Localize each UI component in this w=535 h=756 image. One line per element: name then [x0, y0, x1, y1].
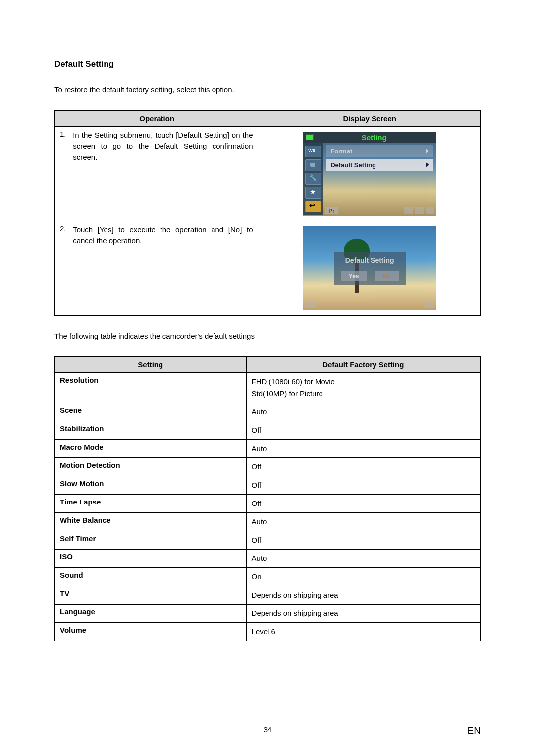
setting-name: Resolution	[55, 373, 247, 403]
setting-name: TV	[55, 586, 247, 605]
setting-value: Auto	[246, 403, 480, 421]
setting-name: ISO	[55, 550, 247, 568]
setting-value: FHD (1080i 60) for MovieStd(10MP) for Pi…	[246, 373, 480, 403]
table-row: ResolutionFHD (1080i 60) for MovieStd(10…	[55, 373, 481, 403]
table-row: StabilizationOff	[55, 421, 481, 440]
setting-name: Scene	[55, 403, 247, 421]
menu-item-default-setting: Default Setting	[326, 159, 433, 171]
setting-name: Self Timer	[55, 531, 247, 550]
table-row: Slow MotionOff	[55, 476, 481, 495]
setting-value: Auto	[246, 550, 480, 568]
setting-value: Auto	[246, 440, 480, 458]
setting-name: Sound	[55, 568, 247, 586]
table-row: TVDepends on shipping area	[55, 586, 481, 605]
table-row: Self TimerOff	[55, 531, 481, 550]
table-row: Motion DetectionOff	[55, 458, 481, 476]
menu-header: Setting	[303, 132, 436, 143]
camera-icon	[305, 159, 321, 171]
wb-icon	[305, 146, 321, 157]
setting-name: Stabilization	[55, 421, 247, 440]
op-number: 1.	[60, 130, 71, 138]
setting-value: Off	[246, 476, 480, 495]
setting-name: Volume	[55, 623, 247, 641]
section-title: Default Setting	[54, 59, 481, 69]
menu-item-label: Format	[330, 148, 352, 155]
chevron-right-icon	[426, 162, 429, 167]
corner-icon	[425, 302, 434, 308]
star-icon	[305, 187, 321, 199]
back-icon	[305, 201, 321, 212]
table-row: SceneAuto	[55, 403, 481, 421]
menu-item-label: Default Setting	[330, 161, 376, 169]
setting-value: Depends on shipping area	[246, 605, 480, 623]
op-header-operation: Operation	[55, 110, 259, 126]
op-text: In the Setting submenu, touch [Default S…	[73, 130, 253, 163]
op-header-display: Display Screen	[259, 110, 481, 126]
table-row: SoundOn	[55, 568, 481, 586]
page-indicator: P↑	[325, 207, 338, 214]
setting-name: Motion Detection	[55, 458, 247, 476]
chevron-right-icon	[426, 149, 429, 153]
op-text: Touch [Yes] to execute the operation and…	[73, 224, 253, 247]
setting-value: Off	[246, 458, 480, 476]
nav-icon	[415, 207, 424, 214]
setting-name: White Balance	[55, 513, 247, 531]
setting-name: Time Lapse	[55, 495, 247, 513]
dialog-title: Default Setting	[341, 256, 399, 264]
setting-value: Off	[246, 495, 480, 513]
language-code: EN	[468, 725, 481, 736]
setting-value: On	[246, 568, 480, 586]
operation-row-2: 2. Touch [Yes] to execute the operation …	[55, 221, 481, 315]
setting-name: Macro Mode	[55, 440, 247, 458]
display-screenshot-setting-menu: Setting Format	[303, 132, 436, 216]
defaults-intro: The following table indicates the camcor…	[54, 331, 481, 342]
table-row: ISOAuto	[55, 550, 481, 568]
operation-table: Operation Display Screen 1. In the Setti…	[54, 110, 481, 316]
operation-row-1: 1. In the Setting submenu, touch [Defaul…	[55, 126, 481, 221]
table-row: LanguageDepends on shipping area	[55, 605, 481, 623]
intro-text: To restore the default factory setting, …	[54, 84, 481, 96]
setting-value: Level 6	[246, 623, 480, 641]
corner-icon	[305, 302, 315, 308]
setting-name: Slow Motion	[55, 476, 247, 495]
no-button: No	[375, 271, 399, 281]
defaults-header-default: Default Factory Setting	[246, 357, 480, 373]
page-footer: 34 EN	[0, 725, 535, 736]
setting-name: Language	[55, 605, 247, 623]
yes-button: Yes	[341, 271, 367, 281]
wrench-icon	[305, 173, 321, 185]
table-row: White BalanceAuto	[55, 513, 481, 531]
op-number: 2.	[60, 224, 71, 233]
setting-value: Off	[246, 531, 480, 550]
nav-icon	[426, 207, 434, 214]
default-settings-table: Setting Default Factory Setting Resoluti…	[54, 356, 481, 641]
page-number: 34	[264, 725, 272, 734]
table-row: Time LapseOff	[55, 495, 481, 513]
nav-icon	[404, 207, 413, 214]
setting-value: Depends on shipping area	[246, 586, 480, 605]
setting-value: Off	[246, 421, 480, 440]
setting-value: Auto	[246, 513, 480, 531]
menu-sidebar	[303, 143, 323, 215]
table-row: Macro ModeAuto	[55, 440, 481, 458]
confirmation-dialog: Default Setting Yes No	[334, 252, 406, 285]
display-screenshot-confirmation: Default Setting Yes No	[303, 226, 436, 310]
table-row: VolumeLevel 6	[55, 623, 481, 641]
menu-item-format: Format	[326, 145, 433, 157]
defaults-header-setting: Setting	[55, 357, 247, 373]
